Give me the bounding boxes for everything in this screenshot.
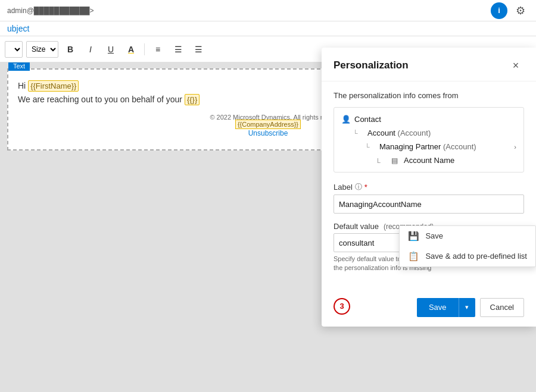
save-button[interactable]: Save: [417, 298, 459, 317]
account-name-table-icon: ▤: [391, 156, 398, 165]
text-badge: Text: [8, 62, 30, 71]
top-bar: admin@███████████> i ⚙: [0, 0, 536, 21]
account-name-label: Account Name: [404, 156, 454, 165]
personalization-panel: Personalization × The personalization in…: [322, 48, 536, 327]
tree-item-account[interactable]: └ Account (Account): [346, 126, 523, 140]
managing-partner-label: Managing Partner (Account): [379, 142, 476, 151]
tree-connector-account: └: [353, 130, 363, 137]
contact-person-icon: 👤: [341, 115, 351, 124]
cancel-button[interactable]: Cancel: [480, 298, 524, 317]
personalization-tree: 👤 Contact └ Account (Account) └ Managing…: [334, 107, 524, 173]
save-menu-item-save[interactable]: 💾 Save: [400, 226, 535, 246]
save-add-list-label: Save & add to pre-defined list: [425, 252, 527, 261]
panel-subtitle: The personalization info comes from: [334, 91, 524, 100]
top-bar-actions: i ⚙: [491, 2, 529, 19]
save-dropdown-button[interactable]: ▾: [459, 298, 475, 317]
company-address-tag[interactable]: {{CompanyAddress}}: [235, 120, 301, 129]
underline-button[interactable]: U: [102, 41, 119, 58]
italic-button[interactable]: I: [82, 41, 99, 58]
align-button[interactable]: ≡: [149, 41, 166, 58]
save-dropdown-menu: 💾 Save 📋 Save & add to pre-defined list: [399, 225, 536, 267]
panel-close-button[interactable]: ×: [507, 57, 524, 74]
line2-prefix: We are reaching out to you on behalf of …: [18, 95, 185, 104]
panel-footer: Save ▾ Cancel: [322, 291, 536, 327]
user-email: admin@███████████>: [7, 7, 94, 15]
ordered-list-button[interactable]: ☰: [170, 41, 186, 58]
subject-row: ubject: [0, 21, 536, 36]
partial-tag[interactable]: {{}}: [185, 94, 200, 105]
tree-connector-account-name: L: [377, 157, 387, 164]
chevron-right-icon: ›: [514, 143, 516, 150]
unordered-list-button[interactable]: ☰: [190, 41, 207, 58]
tree-connector-partner: └: [365, 143, 375, 150]
panel-header: Personalization ×: [322, 48, 536, 81]
contact-label: Contact: [354, 115, 381, 124]
label-info-icon: ⓘ: [355, 182, 362, 192]
info-icon[interactable]: i: [491, 2, 507, 19]
tree-item-account-name[interactable]: L ▤ Account Name: [370, 153, 523, 167]
save-add-icon: 📋: [408, 251, 419, 262]
font-size-select[interactable]: Size: [26, 41, 58, 58]
label-field-group: Label ⓘ *: [334, 182, 524, 214]
subject-label: ubject: [7, 24, 29, 33]
bold-button[interactable]: B: [62, 41, 79, 58]
save-button-group: Save ▾: [417, 298, 475, 317]
label-field-label: Label ⓘ *: [334, 182, 524, 192]
toolbar-divider-1: [144, 43, 145, 55]
panel-title: Personalization: [334, 59, 409, 71]
tree-item-contact[interactable]: 👤 Contact: [334, 112, 523, 126]
line1-prefix: Hi: [18, 81, 28, 90]
step-badge: 3: [334, 298, 350, 315]
account-label: Account (Account): [367, 128, 431, 137]
save-disk-icon: 💾: [408, 231, 419, 242]
font-family-select[interactable]: [5, 41, 23, 58]
required-star: *: [364, 183, 367, 192]
font-color-button[interactable]: A: [123, 41, 139, 58]
save-menu-save-label: Save: [425, 231, 443, 240]
gear-icon[interactable]: ⚙: [512, 2, 529, 19]
tree-item-managing-partner[interactable]: └ Managing Partner (Account) ›: [358, 140, 523, 153]
label-input[interactable]: [334, 195, 524, 214]
firstname-tag[interactable]: {{FirstName}}: [28, 80, 79, 92]
save-menu-item-add-list[interactable]: 📋 Save & add to pre-defined list: [400, 246, 535, 266]
